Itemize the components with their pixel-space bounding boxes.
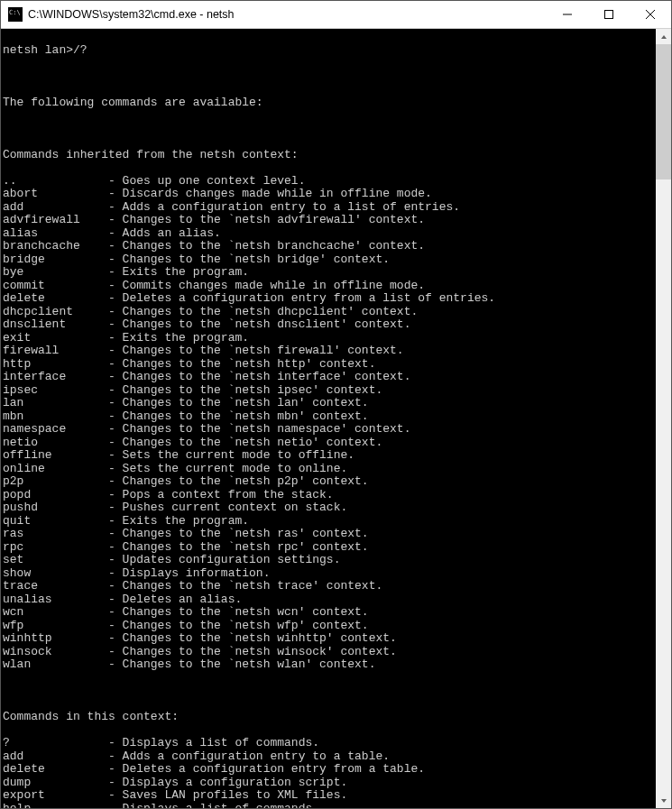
command-desc: - Deletes a configuration entry from a t…	[108, 762, 425, 776]
command-row: wlan- Changes to the `netsh wlan' contex…	[3, 658, 656, 672]
command-name: p2p	[3, 475, 108, 489]
prompt-line: netsh lan>/?	[3, 44, 656, 58]
scroll-up-button[interactable]	[656, 29, 671, 44]
command-row: abort- Discards changes made while in of…	[3, 188, 656, 201]
svg-marker-5	[661, 799, 667, 803]
maximize-button[interactable]	[588, 1, 630, 28]
command-row: dump- Displays a configuration script.	[3, 777, 656, 790]
command-row: popd- Pops a context from the stack.	[3, 489, 656, 502]
section-context: Commands in this context:	[3, 711, 656, 724]
inherited-commands: ..- Goes up one context level.abort- Dis…	[3, 175, 656, 672]
command-desc: - Sets the current mode to offline.	[108, 448, 354, 462]
command-name: offline	[3, 449, 108, 463]
command-row: ..- Goes up one context level.	[3, 175, 656, 188]
command-row: delete- Deletes a configuration entry fr…	[3, 763, 656, 777]
command-name: trace	[3, 580, 108, 593]
command-desc: - Displays a configuration script.	[108, 776, 347, 789]
command-row: quit- Exits the program.	[3, 515, 656, 529]
command-desc: - Changes to the `netsh mbn' context.	[108, 409, 369, 423]
command-name: netio	[3, 437, 108, 450]
command-desc: - Displays information.	[108, 566, 270, 580]
command-desc: - Goes up one context level.	[108, 174, 305, 188]
blank-line	[3, 70, 656, 84]
command-name: branchcache	[3, 240, 108, 253]
console-output[interactable]: netsh lan>/? The following commands are …	[1, 29, 656, 808]
command-name: help	[3, 803, 108, 809]
command-row: online- Sets the current mode to online.	[3, 463, 656, 476]
command-desc: - Commits changes made while in offline …	[108, 279, 425, 292]
command-row: branchcache- Changes to the `netsh branc…	[3, 240, 656, 253]
command-name: quit	[3, 515, 108, 529]
command-name: winhttp	[3, 632, 108, 646]
command-row: interface- Changes to the `netsh interfa…	[3, 371, 656, 384]
minimize-icon	[563, 10, 572, 19]
command-name: commit	[3, 280, 108, 293]
command-desc: - Changes to the `netsh p2p' context.	[108, 474, 369, 488]
command-row: trace- Changes to the `netsh trace' cont…	[3, 580, 656, 593]
command-name: http	[3, 358, 108, 372]
command-desc: - Changes to the `netsh trace' context.	[108, 579, 382, 593]
command-name: interface	[3, 371, 108, 384]
close-icon	[646, 10, 655, 19]
command-desc: - Changes to the `netsh dhcpclient' cont…	[108, 305, 418, 318]
window-controls	[547, 1, 671, 28]
command-row: unalias- Deletes an alias.	[3, 593, 656, 607]
command-desc: - Changes to the `netsh winsock' context…	[108, 645, 397, 658]
blank-line	[3, 123, 656, 136]
command-desc: - Changes to the `netsh rpc' context.	[108, 540, 369, 554]
command-row: commit- Commits changes made while in of…	[3, 280, 656, 293]
command-name: set	[3, 554, 108, 567]
command-name: pushd	[3, 501, 108, 515]
command-row: dhcpclient- Changes to the `netsh dhcpcl…	[3, 306, 656, 319]
command-row: wfp- Changes to the `netsh wfp' context.	[3, 620, 656, 633]
command-name: unalias	[3, 593, 108, 607]
command-desc: - Changes to the `netsh dnsclient' conte…	[108, 317, 410, 331]
command-name: online	[3, 463, 108, 476]
command-row: advfirewall- Changes to the `netsh advfi…	[3, 214, 656, 227]
console-area: netsh lan>/? The following commands are …	[1, 29, 671, 808]
command-name: ipsec	[3, 384, 108, 398]
command-row: namespace- Changes to the `netsh namespa…	[3, 423, 656, 437]
command-desc: - Exits the program.	[108, 514, 249, 528]
minimize-button[interactable]	[547, 1, 588, 28]
scroll-down-button[interactable]	[656, 793, 671, 808]
command-desc: - Displays a list of commands.	[108, 802, 319, 809]
command-name: dump	[3, 777, 108, 790]
command-name: exit	[3, 332, 108, 345]
command-desc: - Changes to the `netsh lan' context.	[108, 396, 369, 409]
command-name: lan	[3, 397, 108, 410]
command-row: help- Displays a list of commands.	[3, 803, 656, 809]
svg-marker-4	[661, 35, 667, 39]
command-desc: - Changes to the `netsh winhttp' context…	[108, 631, 397, 645]
command-desc: - Changes to the `netsh bridge' context.	[108, 253, 390, 266]
command-row: winsock- Changes to the `netsh winsock' …	[3, 646, 656, 659]
command-row: netio- Changes to the `netsh netio' cont…	[3, 437, 656, 450]
scroll-track[interactable]	[656, 44, 671, 793]
command-row: pushd- Pushes current context on stack.	[3, 501, 656, 515]
command-desc: - Changes to the `netsh interface' conte…	[108, 370, 410, 383]
command-row: mbn- Changes to the `netsh mbn' context.	[3, 410, 656, 424]
scroll-thumb[interactable]	[656, 44, 671, 179]
titlebar[interactable]: C:\WINDOWS\system32\cmd.exe - netsh	[1, 1, 671, 29]
command-name: rpc	[3, 541, 108, 555]
window-title: C:\WINDOWS\system32\cmd.exe - netsh	[28, 8, 547, 21]
command-name: export	[3, 789, 108, 803]
command-desc: - Adds a configuration entry to a list o…	[108, 200, 460, 214]
command-desc: - Saves LAN profiles to XML files.	[108, 788, 347, 802]
command-desc: - Changes to the `netsh namespace' conte…	[108, 422, 410, 436]
command-name: ras	[3, 528, 108, 541]
command-name: ?	[3, 737, 108, 750]
close-button[interactable]	[630, 1, 671, 28]
command-row: alias- Adds an alias.	[3, 227, 656, 241]
command-name: delete	[3, 292, 108, 306]
command-name: namespace	[3, 423, 108, 437]
command-name: show	[3, 567, 108, 581]
command-desc: - Deletes an alias.	[108, 593, 242, 606]
command-name: bye	[3, 266, 108, 280]
command-desc: - Changes to the `netsh wcn' context.	[108, 605, 369, 619]
command-name: alias	[3, 227, 108, 241]
cmd-icon	[8, 7, 23, 22]
chevron-up-icon	[660, 33, 667, 41]
vertical-scrollbar[interactable]	[656, 29, 671, 808]
command-row: delete- Deletes a configuration entry fr…	[3, 292, 656, 306]
